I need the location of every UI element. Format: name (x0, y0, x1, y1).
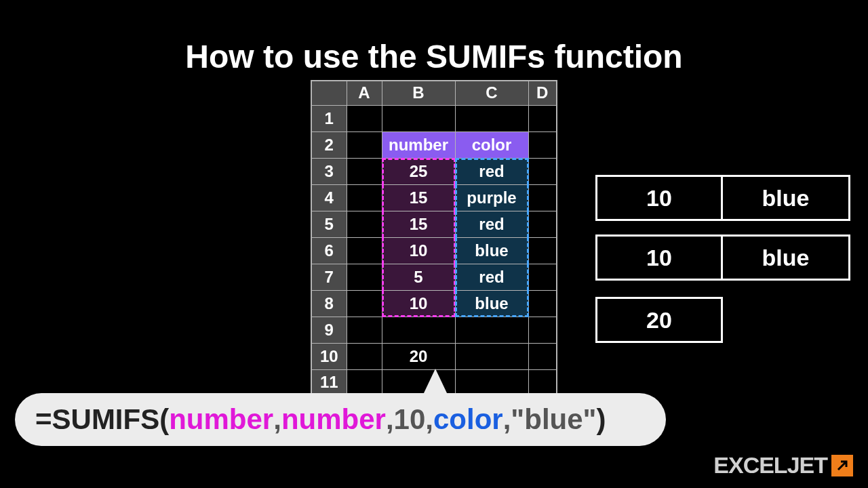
cell-color: red (455, 211, 528, 237)
cell (347, 184, 382, 211)
cell (528, 290, 557, 317)
row-header: 8 (311, 290, 347, 317)
row-header: 3 (311, 158, 347, 184)
formula-comma: , (425, 403, 433, 436)
cell-color: purple (455, 184, 528, 211)
cell (528, 131, 557, 158)
cell (347, 211, 382, 237)
cell-number: 10 (382, 237, 455, 264)
formula-eq: = (35, 403, 52, 436)
cell (347, 317, 382, 343)
callout-pointer-icon (423, 369, 448, 394)
cell (528, 105, 557, 131)
cell (528, 237, 557, 264)
formula-close: ) (597, 403, 606, 436)
cell-color: red (455, 158, 528, 184)
row-header: 7 (311, 264, 347, 290)
cell-number: 15 (382, 184, 455, 211)
spreadsheet: A B C D 1 2 number color 3 25 red 4 (311, 80, 557, 396)
row-header: 10 (311, 343, 347, 369)
row-header: 9 (311, 317, 347, 343)
row-header: 11 (311, 369, 347, 396)
example-number: 10 (595, 235, 723, 281)
row-header: 5 (311, 211, 347, 237)
cell (382, 105, 455, 131)
header-number: number (382, 131, 455, 158)
cell (528, 369, 557, 396)
cell (347, 264, 382, 290)
row-header: 1 (311, 105, 347, 131)
example-sum-value: 20 (595, 297, 723, 343)
formula-fn: SUMIFS (52, 403, 160, 436)
cell (528, 343, 557, 369)
row-header: 6 (311, 237, 347, 264)
example-color: blue (723, 175, 850, 221)
col-header-A: A (347, 81, 382, 105)
formula-comma: , (386, 403, 394, 436)
cell (455, 317, 528, 343)
col-header-C: C (455, 81, 528, 105)
formula-arg-critrange2: color (433, 403, 503, 436)
corner-cell (311, 81, 347, 105)
cell-result: 20 (382, 343, 455, 369)
header-color: color (455, 131, 528, 158)
logo-text: EXCELJET (713, 452, 827, 479)
cell (382, 317, 455, 343)
cell (347, 158, 382, 184)
cell (347, 105, 382, 131)
cell-color: blue (455, 290, 528, 317)
logo-arrow-icon (831, 455, 853, 476)
example-number: 10 (595, 175, 723, 221)
cell-number: 5 (382, 264, 455, 290)
example-color: blue (723, 235, 850, 281)
formula-callout: =SUMIFS(number,number,10,color,"blue") (15, 393, 666, 446)
cell (528, 264, 557, 290)
formula-comma: , (503, 403, 511, 436)
cell (347, 369, 382, 396)
col-header-D: D (528, 81, 557, 105)
row-header: 4 (311, 184, 347, 211)
formula-arg-crit2: "blue" (511, 403, 596, 436)
cell (455, 369, 528, 396)
formula-comma: , (273, 403, 281, 436)
formula-open: ( (159, 403, 169, 436)
cell (455, 343, 528, 369)
cell (455, 105, 528, 131)
example-row-1: 10 blue (595, 175, 850, 221)
cell (528, 184, 557, 211)
slide: How to use the SUMIFs function A B C D 1… (0, 0, 868, 488)
formula-arg-crit1: 10 (394, 403, 426, 436)
cell-number: 15 (382, 211, 455, 237)
cell-number: 25 (382, 158, 455, 184)
cell (347, 343, 382, 369)
page-title: How to use the SUMIFs function (0, 38, 868, 75)
cell (347, 290, 382, 317)
formula-arg-critrange1: number (281, 403, 386, 436)
cell (528, 158, 557, 184)
cell (528, 211, 557, 237)
cell-number: 10 (382, 290, 455, 317)
cell-color: red (455, 264, 528, 290)
example-sum: 20 (595, 297, 723, 343)
exceljet-logo: EXCELJET (713, 452, 853, 479)
example-row-2: 10 blue (595, 235, 850, 281)
cell-color: blue (455, 237, 528, 264)
cell (347, 131, 382, 158)
row-header: 2 (311, 131, 347, 158)
col-header-B: B (382, 81, 455, 105)
formula-arg-sumrange: number (169, 403, 273, 436)
cell (347, 237, 382, 264)
cell (528, 317, 557, 343)
